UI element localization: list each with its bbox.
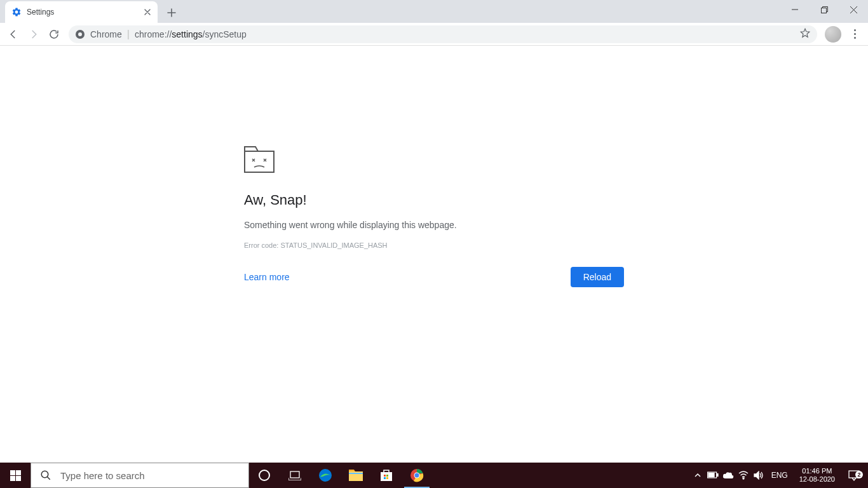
- svg-rect-10: [290, 471, 299, 478]
- page-content: Aw, Snap! Something went wrong while dis…: [0, 46, 868, 463]
- forward-button[interactable]: [24, 25, 43, 44]
- svg-rect-5: [16, 470, 21, 475]
- error-message: Something went wrong while displaying th…: [244, 220, 624, 230]
- window-controls: [780, 0, 868, 19]
- windows-taskbar: Type here to search ENG 01:: [0, 463, 868, 488]
- microsoft-store-icon[interactable]: [371, 463, 402, 488]
- browser-titlebar: Settings: [0, 0, 868, 23]
- minimize-button[interactable]: [780, 0, 810, 19]
- svg-rect-24: [709, 473, 714, 477]
- error-panel: Aw, Snap! Something went wrong while dis…: [244, 146, 624, 287]
- learn-more-link[interactable]: Learn more: [244, 272, 290, 282]
- close-window-button[interactable]: [839, 0, 868, 19]
- chrome-page-icon: [75, 29, 85, 39]
- taskbar-search[interactable]: Type here to search: [31, 463, 249, 488]
- chrome-taskbar-icon[interactable]: [402, 463, 432, 488]
- search-placeholder: Type here to search: [60, 470, 145, 481]
- file-explorer-icon[interactable]: [341, 463, 371, 488]
- browser-tab-active[interactable]: Settings: [5, 1, 158, 23]
- tab-title: Settings: [27, 8, 142, 17]
- separator: |: [127, 29, 130, 40]
- svg-rect-17: [384, 477, 386, 479]
- svg-rect-13: [349, 473, 363, 474]
- svg-point-25: [743, 478, 744, 479]
- battery-icon[interactable]: [705, 463, 721, 488]
- error-title: Aw, Snap!: [244, 192, 624, 208]
- error-actions: Learn more Reload: [244, 267, 624, 287]
- svg-point-9: [259, 470, 269, 480]
- language-indicator[interactable]: ENG: [766, 471, 793, 480]
- volume-icon[interactable]: [751, 463, 766, 488]
- svg-rect-6: [10, 476, 15, 481]
- origin-label: Chrome: [90, 29, 122, 39]
- edge-icon[interactable]: [310, 463, 341, 488]
- back-button[interactable]: [4, 25, 23, 44]
- svg-rect-3: [245, 151, 274, 172]
- onedrive-icon[interactable]: [721, 463, 736, 488]
- svg-rect-4: [10, 470, 15, 475]
- svg-rect-18: [386, 477, 388, 479]
- svg-rect-0: [821, 8, 826, 13]
- maximize-button[interactable]: [810, 0, 839, 19]
- svg-rect-16: [386, 475, 388, 477]
- browser-toolbar: Chrome | chrome://settings/syncSetup: [0, 23, 868, 46]
- close-tab-button[interactable]: [142, 7, 153, 17]
- reload-toolbar-button[interactable]: [44, 25, 64, 44]
- new-tab-button[interactable]: [163, 4, 180, 22]
- reload-button[interactable]: Reload: [571, 267, 624, 287]
- bookmark-star-icon[interactable]: [799, 27, 811, 41]
- task-view-icon[interactable]: [280, 463, 310, 488]
- date-text: 12-08-2020: [799, 475, 835, 484]
- url-text: chrome://settings/syncSetup: [135, 29, 247, 39]
- tray-chevron-icon[interactable]: [690, 463, 705, 488]
- notif-badge: 2: [855, 471, 863, 478]
- svg-rect-23: [717, 474, 718, 477]
- search-icon: [40, 470, 51, 481]
- clock[interactable]: 01:46 PM 12-08-2020: [793, 467, 841, 484]
- action-center-icon[interactable]: 2: [841, 470, 867, 481]
- svg-rect-7: [16, 476, 21, 481]
- chrome-menu-button[interactable]: [845, 25, 864, 44]
- system-tray: ENG 01:46 PM 12-08-2020 2: [690, 463, 868, 488]
- cortana-icon[interactable]: [249, 463, 280, 488]
- svg-point-21: [415, 473, 419, 478]
- start-button[interactable]: [0, 463, 31, 488]
- address-bar[interactable]: Chrome | chrome://settings/syncSetup: [69, 25, 817, 43]
- gear-icon: [11, 7, 22, 17]
- svg-rect-15: [384, 475, 386, 477]
- sad-folder-icon: [244, 146, 275, 173]
- error-code: Error code: STATUS_INVALID_IMAGE_HASH: [244, 241, 624, 249]
- profile-avatar[interactable]: [825, 26, 841, 43]
- svg-point-2: [78, 32, 82, 36]
- svg-point-8: [41, 471, 48, 478]
- wifi-icon[interactable]: [736, 463, 751, 488]
- time-text: 01:46 PM: [799, 467, 835, 475]
